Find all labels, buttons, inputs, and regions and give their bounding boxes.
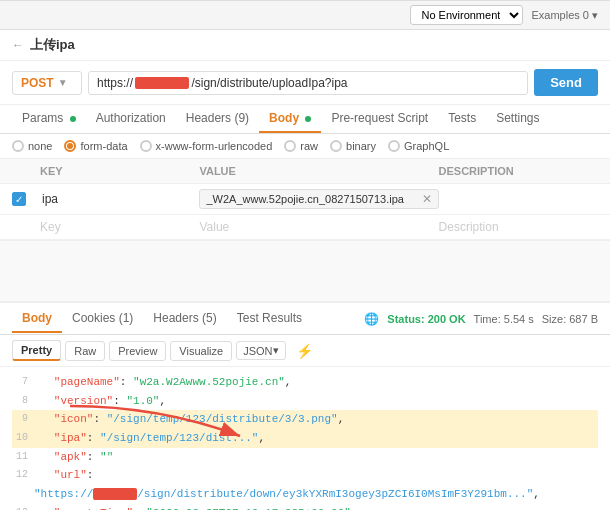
status-text: Status: 200 OK xyxy=(387,313,465,325)
radio-binary[interactable] xyxy=(330,140,342,152)
body-options: none form-data x-www-form-urlencoded raw… xyxy=(0,134,610,159)
line-13-content: "createTime": "2020-08-27T07:10:17.335+0… xyxy=(34,504,351,510)
option-none[interactable]: none xyxy=(12,140,52,152)
tab-authorization[interactable]: Authorization xyxy=(86,105,176,133)
env-bar: No Environment Examples 0 ▾ xyxy=(0,1,610,30)
body-dot xyxy=(305,116,311,122)
row-checkbox[interactable] xyxy=(12,192,40,206)
size-text: Size: 687 B xyxy=(542,313,598,325)
line-num-13: 13 xyxy=(12,504,34,510)
option-raw[interactable]: raw xyxy=(284,140,318,152)
url-prefix: https:// xyxy=(97,76,133,90)
globe-icon: 🌐 xyxy=(364,312,379,326)
empty-desc: Description xyxy=(439,220,598,234)
option-urlencoded[interactable]: x-www-form-urlencoded xyxy=(140,140,273,152)
response-tabs-bar: Body Cookies (1) Headers (5) Test Result… xyxy=(0,303,610,335)
examples-label: Examples 0 ▾ xyxy=(531,9,598,22)
raw-button[interactable]: Raw xyxy=(65,341,105,361)
filter-icon[interactable]: ⚡ xyxy=(296,343,313,359)
key-cell xyxy=(40,190,199,208)
option-urlencoded-label: x-www-form-urlencoded xyxy=(156,140,273,152)
resp-tab-headers[interactable]: Headers (5) xyxy=(143,305,226,333)
method-selector[interactable]: POST ▼ xyxy=(12,71,82,95)
line-8-content: "version": "1.0", xyxy=(34,392,166,411)
tab-tests[interactable]: Tests xyxy=(438,105,486,133)
checkbox-ipa[interactable] xyxy=(12,192,26,206)
option-raw-label: raw xyxy=(300,140,318,152)
option-form-data-label: form-data xyxy=(80,140,127,152)
table-row: _W2A_www.52pojie.cn_0827150713.ipa ✕ xyxy=(0,184,610,215)
empty-value: Value xyxy=(199,220,438,234)
line-num-11: 11 xyxy=(12,448,34,465)
json-format-selector[interactable]: JSON ▾ xyxy=(236,341,285,360)
tab-body[interactable]: Body xyxy=(259,105,321,133)
tab-params[interactable]: Params xyxy=(12,105,86,133)
json-line-9: 9 "icon": "/sign/temp/123/distribute/3/3… xyxy=(12,410,598,429)
key-input-ipa[interactable] xyxy=(40,190,194,208)
empty-key-placeholder: Key xyxy=(40,220,61,234)
method-dropdown-arrow: ▼ xyxy=(58,77,68,88)
option-binary-label: binary xyxy=(346,140,376,152)
tab-prerequest[interactable]: Pre-request Script xyxy=(321,105,438,133)
option-binary[interactable]: binary xyxy=(330,140,376,152)
response-status: 🌐 Status: 200 OK Time: 5.54 s Size: 687 … xyxy=(364,312,598,326)
resp-tab-cookies[interactable]: Cookies (1) xyxy=(62,305,143,333)
empty-desc-placeholder: Description xyxy=(439,220,499,234)
empty-row: Key Value Description xyxy=(0,215,610,240)
value-chip-close[interactable]: ✕ xyxy=(422,192,432,206)
json-line-11: 11 "apk": "" xyxy=(12,448,598,467)
value-col-header: VALUE xyxy=(199,165,438,177)
response-area: Body Cookies (1) Headers (5) Test Result… xyxy=(0,301,610,510)
check-col-header xyxy=(12,165,40,177)
resp-tab-test-results[interactable]: Test Results xyxy=(227,305,312,333)
line-10-content: "ipa": "/sign/temp/123/dist...", xyxy=(34,429,265,448)
line-9-content: "icon": "/sign/temp/123/distribute/3/3.p… xyxy=(34,410,344,429)
url-redacted-part: ___ xyxy=(135,77,189,89)
form-table: KEY VALUE DESCRIPTION _W2A_www.52pojie.c… xyxy=(0,159,610,241)
desc-input-ipa[interactable] xyxy=(439,190,593,208)
time-text: Time: 5.54 s xyxy=(474,313,534,325)
resp-tab-body[interactable]: Body xyxy=(12,305,62,333)
url-suffix: /sign/distribute/uploadIpa?ipa xyxy=(191,76,347,90)
method-label: POST xyxy=(21,76,54,90)
option-none-label: none xyxy=(28,140,52,152)
json-line-7: 7 "pageName": "w2a.W2Awww.52pojie.cn", xyxy=(12,373,598,392)
line-num-10: 10 xyxy=(12,429,34,446)
option-form-data[interactable]: form-data xyxy=(64,140,127,152)
tab-headers[interactable]: Headers (9) xyxy=(176,105,259,133)
env-selector[interactable]: No Environment xyxy=(410,5,523,25)
option-graphql-label: GraphQL xyxy=(404,140,449,152)
line-12-content: "url": "https://___/sign/distribute/down… xyxy=(34,466,598,503)
radio-raw[interactable] xyxy=(284,140,296,152)
line-11-content: "apk": "" xyxy=(34,448,113,467)
visualize-button[interactable]: Visualize xyxy=(170,341,232,361)
line-num-7: 7 xyxy=(12,373,34,390)
radio-urlencoded[interactable] xyxy=(140,140,152,152)
json-line-10: 10 "ipa": "/sign/temp/123/dist...", xyxy=(12,429,598,448)
value-chip-text: _W2A_www.52pojie.cn_0827150713.ipa xyxy=(206,193,404,205)
empty-value-placeholder: Value xyxy=(199,220,229,234)
request-name-bar: ← 上传ipa xyxy=(0,30,610,61)
option-graphql[interactable]: GraphQL xyxy=(388,140,449,152)
tab-settings[interactable]: Settings xyxy=(486,105,549,133)
preview-button[interactable]: Preview xyxy=(109,341,166,361)
send-button[interactable]: Send xyxy=(534,69,598,96)
radio-graphql[interactable] xyxy=(388,140,400,152)
spacer-area xyxy=(0,241,610,301)
request-nav-tabs: Params Authorization Headers (9) Body Pr… xyxy=(0,105,610,134)
url-input-container[interactable]: https:// ___ /sign/distribute/uploadIpa?… xyxy=(88,71,528,95)
radio-form-data[interactable] xyxy=(64,140,76,152)
request-title: 上传ipa xyxy=(30,36,75,54)
radio-none[interactable] xyxy=(12,140,24,152)
json-dropdown-arrow: ▾ xyxy=(273,344,279,357)
pretty-button[interactable]: Pretty xyxy=(12,340,61,361)
value-chip-ipa: _W2A_www.52pojie.cn_0827150713.ipa ✕ xyxy=(199,189,438,209)
json-line-8: 8 "version": "1.0", xyxy=(12,392,598,411)
key-col-header: KEY xyxy=(40,165,199,177)
back-arrow-icon[interactable]: ← xyxy=(12,38,24,52)
json-content: 7 "pageName": "w2a.W2Awww.52pojie.cn", 8… xyxy=(0,367,610,510)
desc-cell xyxy=(439,190,598,208)
params-dot xyxy=(70,116,76,122)
line-num-12: 12 xyxy=(12,466,34,483)
value-cell: _W2A_www.52pojie.cn_0827150713.ipa ✕ xyxy=(199,189,438,209)
